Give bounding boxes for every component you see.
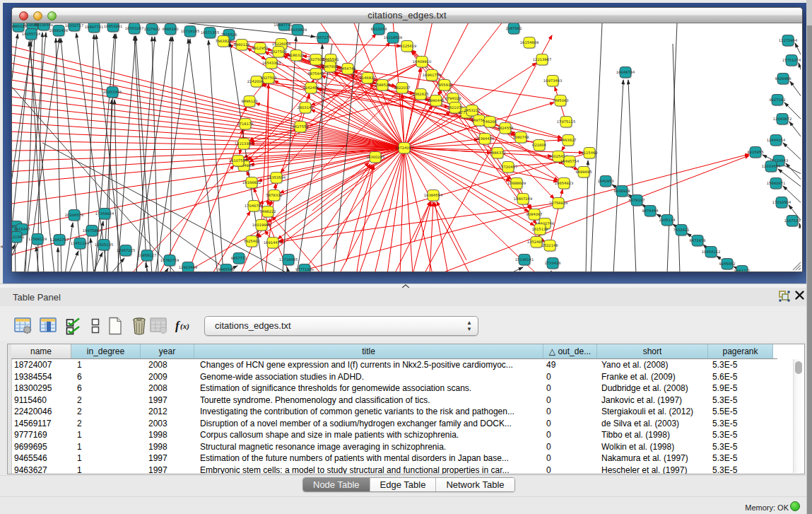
graph-node[interactable]: 8186323 (288, 50, 304, 62)
graph-node[interactable]: 2967608 (322, 62, 338, 74)
graph-node[interactable]: 9896123 (241, 96, 257, 108)
graph-node[interactable]: 17975115 (557, 117, 575, 129)
graph-node[interactable]: 17016504 (772, 197, 792, 209)
graph-node[interactable]: 20206576 (65, 210, 83, 222)
graph-node[interactable]: 10958127 (138, 250, 156, 262)
column-header-short[interactable]: short (597, 344, 708, 358)
graph-node[interactable]: 15720407 (499, 162, 517, 174)
graph-node[interactable]: 16914479 (264, 238, 282, 250)
network-view-window[interactable]: citations_edges.txt 98850132016052414055… (11, 7, 803, 272)
show-column-icon[interactable] (40, 317, 61, 339)
graph-node[interactable]: 1527602 (143, 24, 160, 36)
graph-node[interactable]: 7663822 (215, 36, 231, 48)
table-row[interactable]: 911546021997Tourette syndrome. Phenomeno… (11, 395, 792, 407)
graph-node[interactable]: 1733426 (544, 258, 560, 270)
graph-node[interactable]: 6466160 (162, 24, 178, 36)
graph-node[interactable]: 1167533 (784, 216, 800, 228)
graph-node[interactable]: 12942757 (50, 235, 69, 247)
table-row[interactable]: 1938455462009Genome-wide association stu… (11, 371, 792, 383)
graph-node[interactable]: 15692971 (767, 178, 785, 190)
graph-node[interactable]: 7357274 (314, 33, 331, 45)
table-selector-combobox[interactable]: citations_edges.txt ▲▼ (204, 316, 478, 336)
graph-node[interactable]: 9227342 (769, 95, 785, 107)
select-all-columns-icon[interactable] (65, 317, 86, 339)
graph-node[interactable]: 18807249 (514, 194, 532, 206)
graph-node[interactable]: 8960124 (233, 40, 250, 52)
table-row[interactable]: 969969511998Structural magnetic resonanc… (11, 441, 792, 453)
graph-node[interactable]: 12213967 (533, 54, 551, 66)
graph-node[interactable]: 9242486 (302, 83, 319, 95)
graph-node[interactable]: 9483221 (734, 266, 750, 272)
graph-node[interactable]: 11172964 (779, 35, 798, 47)
row-height-icon[interactable] (86, 317, 107, 339)
graph-node[interactable]: 8875645 (307, 69, 324, 81)
graph-node[interactable]: 10653281 (104, 23, 122, 33)
column-header-year[interactable]: year (141, 344, 194, 358)
column-header-title[interactable]: title (194, 344, 543, 358)
graph-node[interactable]: 15353594 (267, 173, 286, 185)
graph-node[interactable]: 13125419 (398, 41, 416, 53)
graph-node[interactable]: 2935114 (659, 215, 676, 227)
table-row[interactable]: 1456911722003Disruption of a novel membe… (11, 418, 792, 430)
graph-node[interactable]: 12093872 (773, 114, 792, 126)
table-row[interactable]: 977716911998Corpus callosum shape and si… (11, 429, 792, 441)
graph-node[interactable]: 12444154 (767, 135, 786, 147)
graph-node[interactable]: 16553267 (125, 23, 143, 35)
graph-node[interactable]: 9463627 (560, 135, 576, 147)
graph-node[interactable]: 9245652 (719, 259, 735, 271)
graph-node[interactable]: 1640953 (597, 176, 613, 188)
graph-node[interactable]: 3822037 (394, 83, 410, 95)
graph-node[interactable]: 7886372 (489, 148, 505, 160)
graph-node[interactable]: 11568129 (28, 234, 47, 246)
graph-node[interactable]: 746266 (483, 117, 497, 129)
table-row[interactable]: 1830029562008Estimation of significance … (11, 382, 792, 395)
graph-node[interactable]: 8471676 (689, 235, 705, 247)
delete-table-icon[interactable] (150, 317, 171, 339)
graph-node[interactable]: 20053346 (103, 87, 122, 99)
graph-node[interactable]: 7632621 (673, 225, 689, 237)
graph-node[interactable]: 19218506 (384, 33, 402, 45)
new-column-icon[interactable] (106, 317, 127, 339)
graph-node[interactable]: 7625402 (243, 236, 259, 248)
left-panel-collapse-handle[interactable]: ◂ (0, 243, 4, 250)
graph-node[interactable]: 7485063 (552, 95, 568, 107)
graph-node[interactable]: 11451194 (71, 238, 90, 250)
graph-node[interactable]: 9474444 (642, 206, 659, 218)
graph-node[interactable]: 15751074 (782, 55, 801, 67)
graph-node[interactable]: 9657771 (230, 253, 247, 265)
graph-node[interactable]: 1362615 (412, 89, 428, 101)
graph-node[interactable]: 9329966 (775, 74, 791, 86)
tab-network-table[interactable]: Network Table (436, 478, 514, 491)
graph-node[interactable]: 2522148 (541, 240, 558, 252)
column-header-out_degree[interactable]: △ out_de... (543, 344, 597, 358)
table-row[interactable]: 946362711997Embryonic stem cells: a mode… (11, 465, 792, 474)
graph-node[interactable]: 10973493 (543, 76, 562, 88)
graph-node[interactable]: 621604 (532, 140, 547, 152)
graph-node[interactable]: 8215955 (747, 147, 763, 159)
table-row[interactable]: 2242004622012Investigating the contribut… (11, 406, 792, 418)
graph-node[interactable]: 10756928 (549, 198, 567, 210)
tab-node-table[interactable]: Node Table (303, 478, 370, 491)
table-vertical-scrollbar[interactable] (793, 359, 804, 473)
graph-node[interactable]: 16648784 (616, 67, 635, 79)
column-header-pagerank[interactable]: pagerank (708, 344, 773, 358)
graph-node[interactable]: 1615132 (531, 224, 548, 236)
tab-edge-table[interactable]: Edge Table (370, 478, 437, 491)
graph-node[interactable]: 9146821 (359, 73, 375, 85)
graph-node[interactable]: 16571355 (201, 28, 219, 40)
table-row[interactable]: 1872400712008Changes of HCN gene express… (11, 359, 792, 371)
window-resize-grip[interactable] (792, 261, 801, 271)
graph-node[interactable]: 2718176 (237, 119, 253, 131)
column-header-name[interactable]: name (11, 344, 71, 358)
graph-node[interactable]: 8938928 (613, 186, 630, 198)
delete-column-icon[interactable] (130, 317, 151, 339)
float-panel-icon[interactable] (779, 291, 790, 302)
function-builder-icon[interactable]: f (x) (174, 317, 195, 339)
graph-node[interactable]: 12923468 (179, 262, 197, 272)
graph-node[interactable]: 6579197 (628, 195, 645, 207)
graph-node[interactable]: 16782759 (160, 255, 179, 267)
network-window-titlebar[interactable]: citations_edges.txt (12, 8, 802, 23)
graph-node[interactable]: 9115460 (581, 148, 597, 160)
graph-node[interactable]: 9327508 (270, 47, 286, 59)
graph-node[interactable]: 2087682 (505, 23, 522, 35)
